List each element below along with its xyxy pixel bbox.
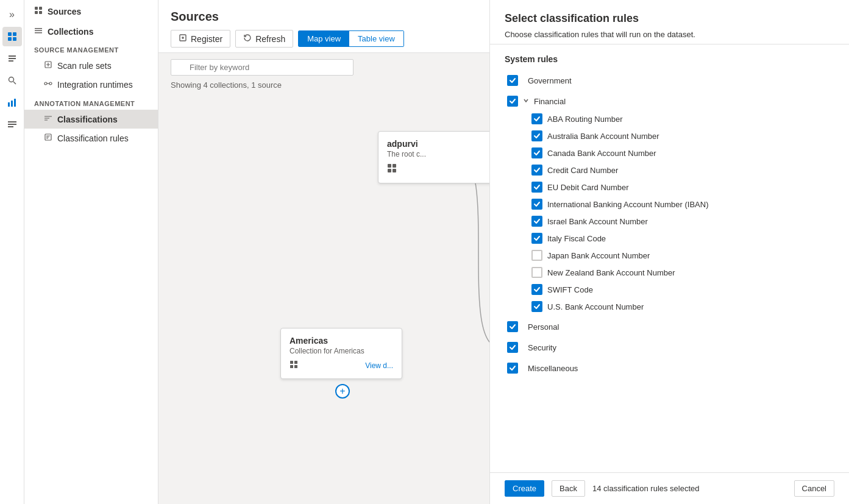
svg-rect-13 [39,7,42,10]
americas-card-footer: View d... [290,360,393,371]
rule-group-government: Government [505,71,834,90]
svg-point-17 [44,82,47,85]
svg-rect-31 [290,365,293,368]
create-button[interactable]: Create [505,480,544,497]
checkbox-iban[interactable] [531,199,542,210]
rule-group-security: Security [505,338,834,357]
root-card-subtitle: The root c... [387,150,489,158]
rule-group-header-government[interactable]: Government [505,71,834,90]
rule-child-label-canada-bank: Canada Bank Account Number [547,149,656,158]
svg-rect-0 [8,32,12,36]
sidebar-item-scan-rule-sets[interactable]: Scan rule sets [24,56,158,75]
rule-child-label-aba: ABA Routing Number [547,115,623,124]
checkbox-israel-bank[interactable] [531,216,542,227]
sidebar-item-classifications[interactable]: Classifications [24,110,158,129]
americas-card-title: Americas [290,336,393,346]
rule-label-miscellaneous: Miscellaneous [528,364,578,373]
sources-label: Sources [48,7,81,16]
checkbox-italy-fiscal[interactable] [531,233,542,244]
rule-item-aus-bank[interactable]: Australia Bank Account Number [505,127,834,144]
catalog-nav-button[interactable] [2,49,22,68]
checkbox-japan-bank[interactable] [531,250,542,261]
annotation-management-group: Annotation management [24,94,158,110]
insights-nav-button[interactable] [2,93,22,112]
root-collection-card: adpurvi The root c... [378,131,489,183]
rule-group-miscellaneous: Miscellaneous [505,359,834,377]
checkbox-government[interactable] [507,75,518,86]
source-management-group: Source management [24,40,158,56]
rule-item-canada-bank[interactable]: Canada Bank Account Number [505,144,834,161]
expand-nav-button[interactable]: » [2,5,22,24]
cancel-button[interactable]: Cancel [794,480,834,497]
rule-group-header-miscellaneous[interactable]: Miscellaneous [505,359,834,377]
rule-item-aba[interactable]: ABA Routing Number [505,110,834,127]
add-collection-button[interactable]: + [335,384,350,399]
collections-label: Collections [48,27,93,37]
americas-view-details-link[interactable]: View d... [365,361,393,370]
scan-rule-sets-label: Scan rule sets [57,61,112,71]
checkbox-nz-bank[interactable] [531,267,542,278]
refresh-button[interactable]: Refresh [235,30,293,48]
rule-item-eu-debit[interactable]: EU Debit Card Number [505,179,834,196]
system-rules-title: System rules [505,54,834,64]
americas-card-grid-icon [290,360,298,371]
rule-item-israel-bank[interactable]: Israel Bank Account Number [505,213,834,230]
svg-point-18 [49,82,52,85]
back-button[interactable]: Back [552,480,585,497]
checkbox-security[interactable] [507,342,518,353]
filter-input[interactable] [171,59,353,76]
rule-child-label-credit-card: Credit Card Number [547,166,618,175]
register-button[interactable]: Register [171,30,230,48]
rule-item-us-bank[interactable]: U.S. Bank Account Number [505,298,834,315]
table-view-button[interactable]: Table view [349,31,403,46]
svg-rect-2 [8,37,12,41]
checkbox-credit-card[interactable] [531,165,542,176]
svg-rect-8 [14,99,16,107]
sidebar-item-collections[interactable]: Collections [24,20,158,40]
checkbox-us-bank[interactable] [531,301,542,312]
rule-item-italy-fiscal[interactable]: Italy Fiscal Code [505,230,834,247]
classification-rules-label: Classification rules [57,133,129,143]
root-card-grid-icon [387,163,397,176]
checkbox-canada-bank[interactable] [531,147,542,158]
sources-icon [34,6,43,16]
rule-child-label-nz-bank: New Zealand Bank Account Number [547,268,675,277]
chevron-financial[interactable] [523,97,529,105]
filter-wrapper [171,59,353,76]
rule-group-header-security[interactable]: Security [505,338,834,357]
svg-rect-32 [294,365,297,368]
classification-rules-icon [44,133,52,143]
rule-item-nz-bank[interactable]: New Zealand Bank Account Number [505,264,834,281]
svg-rect-28 [393,169,396,172]
rule-child-label-iban: International Banking Account Number (IB… [547,200,708,209]
search-nav-button[interactable] [2,71,22,90]
rule-group-financial: FinancialABA Routing NumberAustralia Ban… [505,92,834,315]
manage-nav-button[interactable] [2,115,22,134]
checkbox-miscellaneous[interactable] [507,363,518,374]
sidebar-item-integration-runtimes[interactable]: Integration runtimes [24,75,158,94]
sidebar-item-classification-rules[interactable]: Classification rules [24,129,158,147]
selected-count: 14 classification rules selected [592,484,787,493]
home-nav-button[interactable] [2,27,22,46]
checkbox-aus-bank[interactable] [531,130,542,141]
rule-item-iban[interactable]: International Banking Account Number (IB… [505,196,834,213]
sidebar-item-sources[interactable]: Sources [24,0,158,20]
rule-group-header-personal[interactable]: Personal [505,318,834,336]
nav-icon-bar: » [0,0,24,504]
showing-text: Showing 4 collections, 1 source [158,78,489,94]
rule-item-swift[interactable]: SWIFT Code [505,281,834,298]
rule-item-credit-card[interactable]: Credit Card Number [505,161,834,179]
map-view-button[interactable]: Map view [299,31,349,46]
checkbox-eu-debit[interactable] [531,182,542,193]
view-toggle: Map view Table view [298,30,404,47]
register-label: Register [191,34,222,44]
rule-group-header-financial[interactable]: Financial [505,92,834,110]
rule-item-japan-bank[interactable]: Japan Bank Account Number [505,247,834,264]
checkbox-personal[interactable] [507,321,518,332]
rule-group-personal: Personal [505,318,834,336]
checkbox-swift[interactable] [531,284,542,295]
checkbox-financial[interactable] [507,96,518,107]
rule-child-label-eu-debit: EU Debit Card Number [547,183,629,192]
checkbox-aba[interactable] [531,113,542,124]
svg-rect-6 [8,102,10,107]
